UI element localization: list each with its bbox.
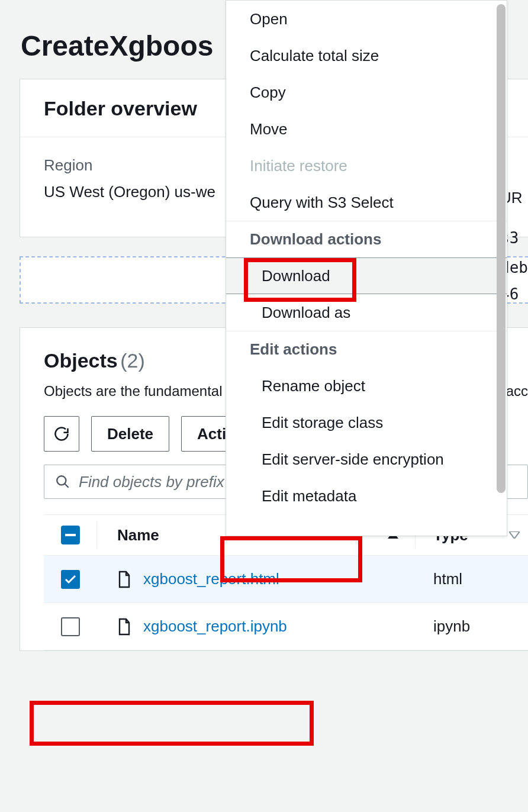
table-row[interactable]: xgboost_report.html html [44, 556, 528, 603]
search-icon [55, 474, 70, 489]
file-type: ipynb [416, 617, 528, 636]
table-row[interactable]: xgboost_report.ipynb ipynb [44, 603, 528, 650]
menu-item-edit-metadata[interactable]: Edit metadata [226, 478, 507, 514]
file-link[interactable]: xgboost_report.ipynb [143, 617, 287, 636]
actions-dropdown-menu: Open Calculate total size Copy Move Init… [226, 0, 507, 536]
file-type: html [416, 570, 528, 588]
menu-item-initiate-restore: Initiate restore [226, 147, 507, 184]
file-cell: xgboost_report.html [97, 570, 416, 588]
menu-item-query-s3-select[interactable]: Query with S3 Select [226, 184, 507, 221]
menu-item-copy[interactable]: Copy [226, 74, 507, 111]
objects-count: (2) [120, 349, 145, 372]
file-cell: xgboost_report.ipynb [97, 617, 416, 636]
menu-section-download: Download actions [226, 221, 507, 257]
checkbox-indeterminate-icon [61, 526, 80, 544]
objects-title: Objects [44, 349, 118, 372]
select-all-checkbox[interactable] [44, 521, 97, 549]
menu-item-calculate-size[interactable]: Calculate total size [226, 37, 507, 74]
objects-description-prefix: Objects are the fundamental [44, 383, 223, 399]
checkbox-checked-icon [61, 570, 80, 589]
svg-marker-5 [509, 531, 520, 539]
annotation-highlight-row [30, 701, 314, 746]
scrollbar-thumb[interactable] [497, 4, 506, 493]
file-icon [117, 571, 131, 588]
file-link[interactable]: xgboost_report.html [143, 570, 279, 588]
objects-description-suffix: acc [506, 383, 528, 399]
menu-item-move[interactable]: Move [226, 111, 507, 147]
checkbox-unchecked-icon [61, 617, 80, 636]
menu-item-rename[interactable]: Rename object [226, 368, 507, 404]
menu-item-download[interactable]: Download [226, 257, 507, 294]
menu-item-edit-sse[interactable]: Edit server-side encryption [226, 441, 507, 478]
svg-point-1 [57, 476, 66, 485]
refresh-button[interactable] [44, 416, 79, 452]
menu-section-edit: Edit actions [226, 331, 507, 368]
svg-rect-3 [65, 534, 76, 536]
menu-item-open[interactable]: Open [226, 1, 507, 37]
sort-desc-icon [509, 531, 520, 539]
row-checkbox[interactable] [44, 613, 97, 640]
file-icon [117, 618, 131, 636]
svg-line-2 [65, 484, 69, 488]
delete-button[interactable]: Delete [91, 416, 169, 452]
menu-item-download-as[interactable]: Download as [226, 294, 507, 331]
menu-item-edit-storage-class[interactable]: Edit storage class [226, 404, 507, 441]
column-name-label: Name [117, 526, 159, 544]
refresh-icon [53, 426, 70, 442]
row-checkbox[interactable] [44, 566, 97, 593]
